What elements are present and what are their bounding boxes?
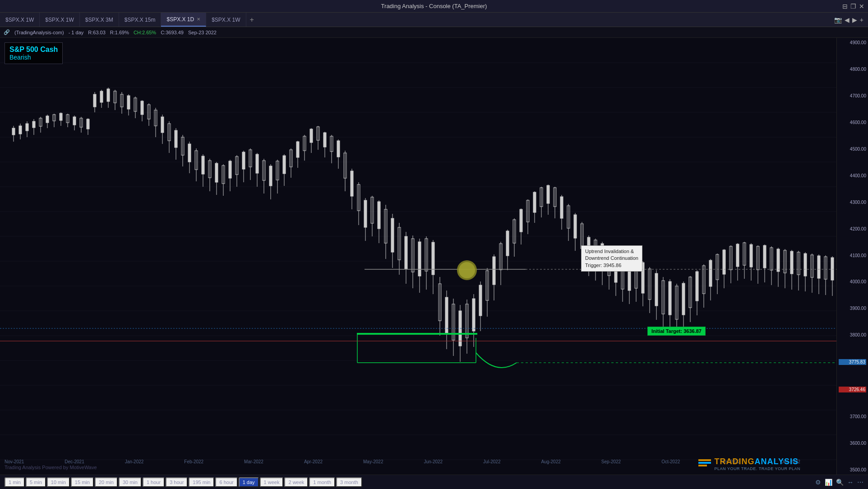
xaxis-label-aug22: Aug-2022 — [541, 459, 560, 466]
tab-spx-1w-3[interactable]: $SPX.X 1W — [206, 13, 246, 27]
svg-rect-257 — [817, 256, 820, 278]
tab-back-icon[interactable]: ◀ — [845, 16, 850, 23]
svg-rect-261 — [831, 258, 834, 280]
logo-icon — [698, 459, 711, 469]
tool-pan-icon[interactable]: ↔ — [847, 479, 854, 486]
chart-timeframe: - 1 day — [69, 30, 84, 35]
tf-1day-button[interactable]: 1 day — [239, 477, 259, 487]
chart-close: C:3693.49 — [161, 30, 184, 35]
svg-rect-75 — [202, 156, 204, 174]
candle-group-aug22 — [533, 185, 583, 261]
tf-5min-button[interactable]: 5 min — [26, 477, 46, 487]
restore-icon[interactable]: ❐ — [850, 3, 856, 10]
xaxis-label-feb22: Feb-2022 — [184, 459, 203, 466]
svg-rect-119 — [351, 171, 353, 196]
tf-1week-button[interactable]: 1 week — [260, 477, 284, 487]
tab-spx-15m[interactable]: $SPX.X 15m — [119, 13, 162, 27]
tab-spx-1d[interactable]: $SPX.X 1D ✕ — [161, 13, 206, 27]
xaxis-label-mar22: Mar-2022 — [244, 459, 263, 466]
xaxis-label-jun22: Jun-2022 — [424, 459, 443, 466]
svg-rect-262 — [357, 333, 477, 334]
tool-settings-icon[interactable]: ⚙ — [815, 479, 821, 486]
tab-forward-icon[interactable]: ▶ — [852, 16, 857, 23]
tf-6hour-button[interactable]: 6 hour — [215, 477, 237, 487]
tf-10min-button[interactable]: 10 min — [47, 477, 70, 487]
svg-rect-147 — [445, 297, 448, 334]
symbol-label: S&P 500 Cash Bearish — [5, 42, 63, 64]
tf-3month-button[interactable]: 3 month — [336, 477, 362, 487]
price-3800: 3800.00 — [839, 332, 866, 337]
annotation-line1: Uptrend Invalidation & — [585, 248, 638, 255]
tf-30min-button[interactable]: 30 min — [119, 477, 142, 487]
svg-rect-79 — [215, 163, 218, 182]
tf-1month-button[interactable]: 1 month — [309, 477, 335, 487]
svg-rect-143 — [432, 242, 434, 275]
close-icon[interactable]: ✕ — [859, 3, 864, 10]
svg-rect-53 — [127, 96, 130, 109]
svg-rect-21 — [19, 126, 22, 134]
tf-1min-button[interactable]: 1 min — [5, 477, 25, 487]
xaxis-label-jul22: Jul-2022 — [483, 459, 500, 466]
svg-rect-221 — [696, 272, 698, 301]
svg-rect-161 — [493, 257, 495, 285]
chart-area[interactable]: S&P 500 Cash Bearish — [0, 38, 836, 475]
svg-rect-177 — [547, 185, 549, 203]
tab-spx-1w-1[interactable]: $SPX.X 1W — [0, 13, 40, 27]
tab-spx-1w-2[interactable]: $SPX.X 1W — [40, 13, 79, 27]
watermark-text: Trading Analysis Powered by MotiveWave — [5, 465, 97, 470]
tf-195min-button[interactable]: 195 min — [189, 477, 214, 487]
target-arc — [476, 353, 517, 368]
tf-15min-button[interactable]: 15 min — [71, 477, 94, 487]
svg-rect-229 — [723, 250, 725, 274]
price-3726: 3726.46 — [839, 387, 866, 392]
tf-2week-button[interactable]: 2 week — [284, 477, 308, 487]
svg-rect-181 — [560, 197, 563, 218]
tf-20min-button[interactable]: 20 min — [95, 477, 118, 487]
xaxis-label-jan22: Jan-2022 — [125, 459, 144, 466]
svg-rect-103 — [296, 142, 299, 157]
tab-add-button[interactable]: + — [246, 14, 258, 26]
svg-rect-23 — [26, 124, 28, 131]
svg-rect-43 — [93, 94, 96, 107]
minimize-icon[interactable]: ⊟ — [842, 3, 848, 10]
xaxis-label-may22: May-2022 — [363, 459, 383, 466]
tab-close-icon[interactable]: ✕ — [197, 17, 200, 22]
tf-3hour-button[interactable]: 3 hour — [166, 477, 188, 487]
price-3900: 3900.00 — [839, 306, 866, 311]
candle-group-oct22 — [655, 264, 705, 335]
target-annotation: Initial Target: 3636.87 — [647, 327, 706, 336]
svg-rect-33 — [60, 113, 62, 120]
tab-add-icon[interactable]: + — [860, 16, 863, 23]
svg-rect-19 — [12, 128, 15, 135]
tab-screenshot-icon[interactable]: 📷 — [834, 16, 842, 23]
tf-1hour-button[interactable]: 1 hour — [143, 477, 165, 487]
svg-rect-25 — [32, 121, 35, 128]
tool-zoom-icon[interactable]: 🔍 — [836, 479, 844, 486]
candle-group-jan22 — [154, 108, 231, 196]
price-3700: 3700.00 — [839, 414, 866, 419]
bottom-right-tools: ⚙ 📊 🔍 ↔ ⋯ — [815, 479, 863, 486]
price-3500: 3500.00 — [839, 467, 866, 472]
candle-group-may22 — [384, 205, 434, 294]
window-controls[interactable]: ⊟ ❐ ✕ — [842, 3, 864, 10]
symbol-sentiment: Bearish — [9, 54, 58, 61]
tool-chart-icon[interactable]: 📊 — [825, 479, 832, 486]
candle-group-jul22 — [479, 199, 529, 331]
price-4100: 4100.00 — [839, 253, 866, 258]
brand-logo: TRADINGANALYSIS PLAN YOUR TRADE. TRADE Y… — [698, 457, 800, 471]
svg-rect-131 — [391, 218, 394, 252]
tool-more-icon[interactable]: ⋯ — [857, 479, 863, 486]
candle-group-mar22 — [290, 126, 340, 178]
title-bar: Trading Analysis - Console (TA_Premier) … — [0, 0, 868, 13]
xaxis-label-sep22: Sep-2022 — [601, 459, 621, 466]
candle-group-nov22 — [709, 242, 834, 300]
svg-rect-157 — [479, 285, 482, 316]
tab-spx-3m[interactable]: $SPX.X 3M — [80, 13, 119, 27]
svg-rect-237 — [750, 244, 753, 267]
candle-group-feb22 — [235, 148, 286, 199]
window-title: Trading Analysis - Console (TA_Premier) — [381, 3, 487, 9]
x-axis: Nov-2021 Dec-2021 Jan-2022 Feb-2022 Mar-… — [0, 458, 805, 466]
svg-rect-165 — [506, 231, 509, 256]
svg-rect-213 — [669, 281, 671, 315]
price-3775: 3775.83 — [839, 359, 866, 365]
